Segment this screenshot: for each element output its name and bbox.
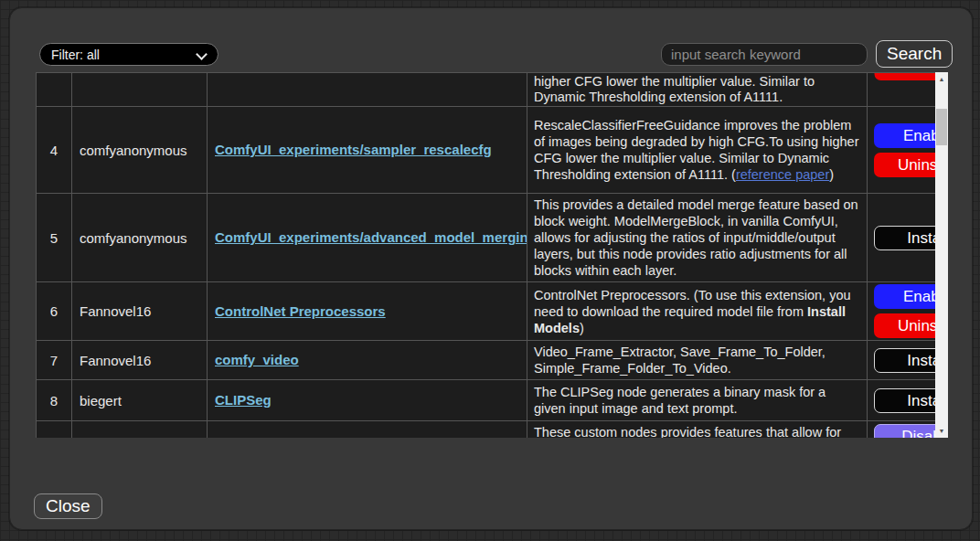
table-row: 8biegertCLIPSegThe CLIPSeg node generate… <box>37 380 936 421</box>
row-actions-cell: EnableUninstall <box>868 107 936 194</box>
scroll-up-arrow-icon[interactable]: ▲ <box>935 72 948 86</box>
row-description-cell: higher CFG lower the multiplier value. S… <box>527 73 868 107</box>
row-description-cell: This provides a detailed model merge fea… <box>527 194 868 282</box>
row-name-cell: comfy_video <box>208 341 527 380</box>
row-name-cell: ComfyUI_experiments/advanced_model_mergi… <box>208 194 527 282</box>
extension-name-link[interactable]: ControlNet Preprocessors <box>215 303 386 319</box>
row-actions-cell: EnableUninstall <box>868 282 936 341</box>
row-author-cell: BlenderNeko <box>72 421 208 439</box>
comfyui-canvas: { "toolbar": { "filter_label": "Filter: … <box>0 0 980 541</box>
row-description-cell: ControlNet Preprocessors. (To use this e… <box>527 282 868 341</box>
row-description-cell: RescaleClassifierFreeGuidance improves t… <box>527 107 868 194</box>
search-input[interactable] <box>661 43 868 66</box>
install-button[interactable]: Install <box>874 348 935 373</box>
row-index-cell: 8 <box>37 380 72 421</box>
row-actions-cell: Install <box>868 380 936 421</box>
uninstall-button[interactable]: Uninstall <box>874 73 935 81</box>
row-actions-cell: Disable <box>868 421 936 439</box>
row-name-cell <box>208 73 527 107</box>
table-row: 4comfyanonymousComfyUI_experiments/sampl… <box>37 107 936 194</box>
filter-select[interactable]: Filter: all <box>39 43 218 66</box>
reference-link[interactable]: reference paper <box>736 167 829 182</box>
row-author-cell: comfyanonymous <box>72 194 208 282</box>
extension-name-link[interactable]: ComfyUI Cutoff <box>215 436 315 439</box>
scroll-down-arrow-icon[interactable]: ▼ <box>935 424 948 438</box>
row-description-cell: The CLIPSeg node generates a binary mask… <box>527 380 868 421</box>
row-name-cell: ControlNet Preprocessors <box>208 282 527 341</box>
scrollbar-thumb[interactable] <box>936 109 947 145</box>
table-scrollbar[interactable]: ▲ ▼ <box>935 72 948 438</box>
row-description-cell: These custom nodes provides features tha… <box>527 421 868 439</box>
chevron-down-icon <box>196 48 208 60</box>
close-button[interactable]: Close <box>34 493 102 519</box>
row-actions-cell: Uninstall <box>868 73 936 107</box>
extension-table: higher CFG lower the multiplier value. S… <box>36 72 935 438</box>
extension-manager-dialog: Filter: all Search higher CFG lower the … <box>9 7 973 530</box>
row-name-cell: ComfyUI Cutoff <box>208 421 527 439</box>
extension-table-viewport[interactable]: higher CFG lower the multiplier value. S… <box>36 72 935 438</box>
table-row: 9BlenderNekoComfyUI CutoffThese custom n… <box>37 421 936 439</box>
row-actions-cell: Install <box>868 194 936 282</box>
search-button[interactable]: Search <box>876 40 953 68</box>
extension-name-link[interactable]: ComfyUI_experiments/sampler_rescalecfg <box>215 142 492 157</box>
row-index-cell: 7 <box>37 341 72 380</box>
extension-name-link[interactable]: ComfyUI_experiments/advanced_model_mergi… <box>215 229 527 245</box>
table-row-partial: higher CFG lower the multiplier value. S… <box>37 73 936 107</box>
row-index-cell: 6 <box>37 282 72 341</box>
row-author-cell <box>72 73 208 107</box>
filter-select-label: Filter: all <box>51 48 100 62</box>
row-author-cell: Fannovel16 <box>72 341 208 380</box>
enable-button[interactable]: Enable <box>874 284 935 309</box>
row-index-cell: 4 <box>37 107 72 194</box>
uninstall-button[interactable]: Uninstall <box>874 313 935 338</box>
extension-name-link[interactable]: comfy_video <box>215 352 299 367</box>
install-button[interactable]: Install <box>874 388 935 413</box>
table-row: 5comfyanonymousComfyUI_experiments/advan… <box>37 194 936 282</box>
row-name-cell: CLIPSeg <box>208 380 527 421</box>
row-author-cell: biegert <box>72 380 208 421</box>
row-name-cell: ComfyUI_experiments/sampler_rescalecfg <box>208 107 527 194</box>
row-actions-cell: Install <box>868 341 936 380</box>
disable-button[interactable]: Disable <box>874 424 935 438</box>
row-index-cell <box>37 73 72 107</box>
extension-name-link[interactable]: CLIPSeg <box>215 392 272 408</box>
row-author-cell: comfyanonymous <box>72 107 208 194</box>
table-row: 7Fannovel16comfy_videoVideo_Frame_Extrac… <box>37 341 936 380</box>
table-row: 6Fannovel16ControlNet PreprocessorsContr… <box>37 282 936 341</box>
row-author-cell: Fannovel16 <box>72 282 208 341</box>
uninstall-button[interactable]: Uninstall <box>874 153 935 177</box>
enable-button[interactable]: Enable <box>874 123 935 148</box>
install-button[interactable]: Install <box>874 226 935 250</box>
row-index-cell: 9 <box>37 421 72 439</box>
row-index-cell: 5 <box>37 194 72 282</box>
row-description-cell: Video_Frame_Extractor, Save_Frame_To_Fol… <box>527 341 868 380</box>
